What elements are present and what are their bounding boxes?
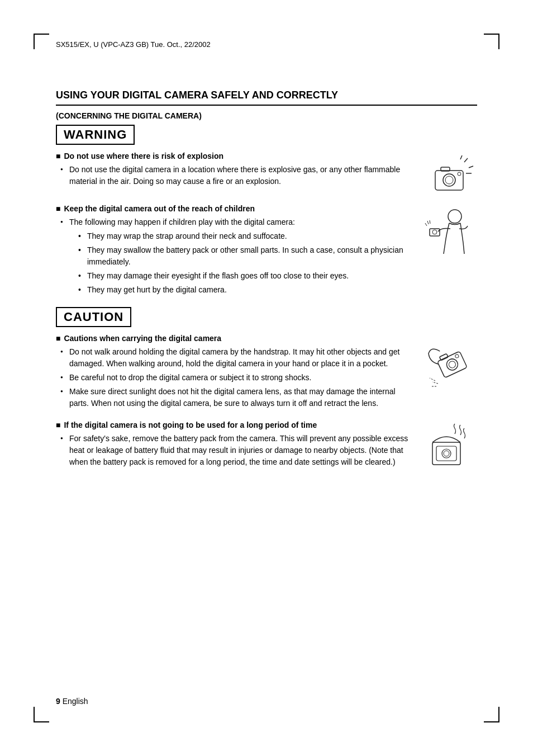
svg-point-1: [443, 174, 455, 186]
caution-section-2: If the digital camera is not going to be…: [56, 420, 477, 474]
caution-illus-1: [421, 334, 477, 415]
svg-line-23: [432, 382, 438, 384]
camera-explosion-icon: [424, 154, 474, 199]
corner-mark-bottom-right: [484, 707, 499, 722]
warning-illus-2: [421, 204, 477, 301]
sub-bullets-2: They may wrap the strap around their nec…: [78, 230, 410, 296]
svg-point-27: [442, 449, 451, 458]
svg-line-12: [425, 223, 427, 226]
list-item: They may get hurt by the digital camera.: [78, 284, 410, 296]
svg-line-14: [430, 220, 430, 224]
caution-section-1: Cautions when carrying the digital camer…: [56, 334, 477, 415]
list-item: They may wrap the strap around their nec…: [78, 230, 410, 242]
svg-point-4: [458, 172, 461, 176]
warning-section-1: Do not use where there is risk of explos…: [56, 152, 477, 199]
svg-line-5: [464, 158, 468, 162]
child-camera-icon: [424, 206, 474, 259]
caution-heading-2: If the digital camera is not going to be…: [56, 420, 410, 429]
caution-bullets-2: For safety's sake, remove the battery pa…: [60, 433, 410, 468]
sub-title: (CONCERNING THE DIGITAL CAMERA): [56, 111, 477, 120]
corner-mark-bottom-left: [34, 707, 49, 722]
warning-heading-1: Do not use where there is risk of explos…: [56, 152, 410, 160]
svg-line-13: [427, 221, 429, 224]
svg-line-6: [469, 166, 473, 168]
svg-point-18: [445, 357, 460, 372]
svg-point-19: [448, 360, 456, 369]
warning-illus-1: [421, 152, 477, 199]
page: SX515/EX, U (VPC-AZ3 GB) Tue. Oct., 22/2…: [0, 0, 533, 756]
warning-bullets-1: Do not use the digital camera in a locat…: [60, 164, 410, 187]
camera-drop-icon: [424, 336, 474, 395]
caution-illus-2: [421, 420, 477, 474]
svg-line-15: [444, 243, 445, 254]
svg-line-16: [463, 243, 464, 254]
svg-rect-17: [437, 351, 467, 378]
list-item: Do not use the digital camera in a locat…: [60, 164, 410, 187]
warning-section-2: Keep the digital camera out of the reach…: [56, 204, 477, 301]
header-meta: SX515/EX, U (VPC-AZ3 GB) Tue. Oct., 22/2…: [56, 40, 211, 49]
caution-section-2-text: If the digital camera is not going to be…: [56, 420, 410, 474]
warning-section-1-text: Do not use where there is risk of explos…: [56, 152, 410, 199]
corner-mark-top-left: [34, 34, 49, 49]
list-item: Make sure direct sunlight does not hit t…: [60, 386, 410, 409]
list-item: They may damage their eyesight if the fl…: [78, 270, 410, 282]
warning-section-2-text: Keep the digital camera out of the reach…: [56, 204, 410, 301]
warning-bullets-2: The following may happen if children pla…: [60, 216, 410, 296]
svg-point-2: [445, 176, 453, 184]
warning-box: WARNING: [56, 125, 135, 145]
svg-line-22: [430, 378, 435, 381]
list-item: Be careful not to drop the digital camer…: [60, 372, 410, 384]
warning-heading-2: Keep the digital camera out of the reach…: [56, 204, 410, 213]
corner-mark-top-right: [484, 34, 499, 49]
footer-language: English: [63, 697, 88, 706]
svg-line-7: [460, 155, 462, 159]
caution-bullets-1: Do not walk around holding the digital c…: [60, 346, 410, 409]
svg-point-11: [432, 230, 437, 234]
svg-point-21: [455, 354, 459, 358]
svg-point-28: [444, 451, 449, 456]
footer: 9 English: [56, 697, 88, 706]
svg-rect-26: [436, 446, 456, 461]
list-item: Do not walk around holding the digital c…: [60, 346, 410, 370]
svg-point-9: [448, 210, 461, 223]
list-item: They may swallow the battery pack or oth…: [78, 244, 410, 268]
list-item: The following may happen if children pla…: [60, 216, 410, 296]
page-number: 9: [56, 697, 60, 706]
main-title: USING YOUR DIGITAL CAMERA SAFELY AND COR…: [56, 89, 477, 106]
caution-section-1-text: Cautions when carrying the digital camer…: [56, 334, 410, 415]
main-content: USING YOUR DIGITAL CAMERA SAFELY AND COR…: [56, 89, 477, 479]
list-item: For safety's sake, remove the battery pa…: [60, 433, 410, 468]
caution-heading-1: Cautions when carrying the digital camer…: [56, 334, 410, 343]
camera-battery-icon: [424, 423, 474, 473]
caution-box: CAUTION: [56, 307, 131, 327]
